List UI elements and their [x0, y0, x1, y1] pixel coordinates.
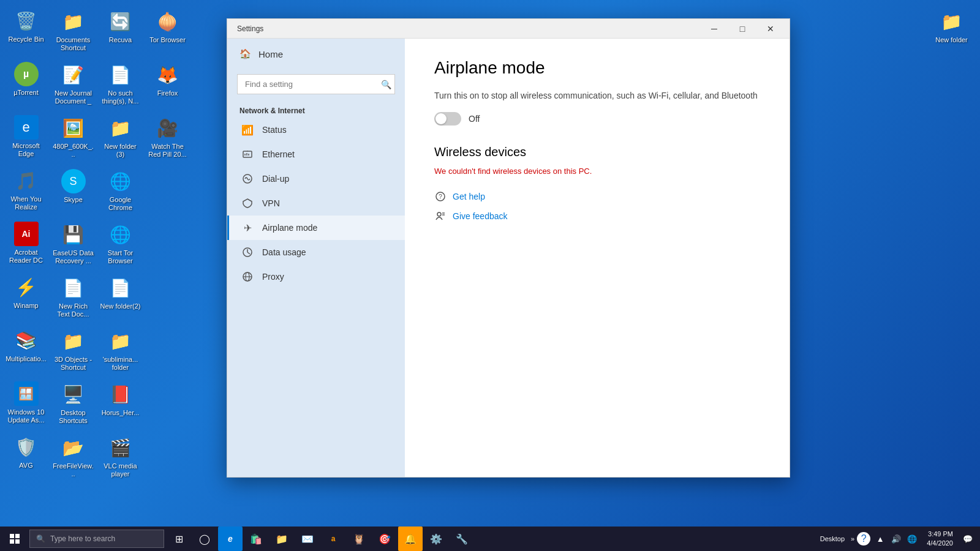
- sidebar-proxy-label: Proxy: [262, 272, 284, 282]
- settings-search-input[interactable]: [237, 74, 395, 94]
- icon-easeus[interactable]: 💾 EaseUS Data Recovery ...: [50, 219, 96, 271]
- icon-3d-objects[interactable]: 📁 3D Objects - Shortcut: [50, 325, 96, 377]
- airplane-toggle[interactable]: [434, 112, 461, 126]
- give-feedback-link-row[interactable]: Give feedback: [434, 210, 760, 222]
- taskbar-tripadvisor[interactable]: 🦉: [347, 527, 371, 551]
- settings-window-title: Settings: [237, 24, 263, 33]
- icon-freefileview[interactable]: 📂 FreeFileView...: [50, 432, 96, 484]
- taskbar-overflow: »: [851, 535, 854, 542]
- taskbar-search-box[interactable]: 🔍 Type here to search: [29, 530, 164, 548]
- taskbar-edge[interactable]: e: [218, 527, 243, 551]
- sidebar-item-status[interactable]: 📶 Status: [227, 118, 405, 142]
- sidebar-airplane-label: Airplane mode: [262, 223, 317, 233]
- sidebar-vpn-label: VPN: [262, 198, 280, 208]
- icon-vlc-media-player[interactable]: 🎬 VLC media player: [97, 432, 143, 484]
- icon-no-such-thing[interactable]: 📄 No such thing(s), N...: [97, 59, 143, 111]
- settings-content: Airplane mode Turn this on to stop all w…: [405, 39, 790, 477]
- taskbar-explorer[interactable]: 📁: [270, 527, 294, 551]
- status-icon: 📶: [241, 124, 254, 136]
- icon-recycle-bin[interactable]: 🗑️ Recycle Bin: [3, 5, 49, 57]
- maximize-button[interactable]: □: [728, 19, 756, 39]
- give-feedback-link[interactable]: Give feedback: [453, 211, 508, 221]
- sidebar-item-data-usage[interactable]: Data usage: [227, 240, 405, 264]
- settings-search-button[interactable]: 🔍: [381, 80, 391, 89]
- close-button[interactable]: ✕: [756, 19, 785, 39]
- titlebar-buttons: ─ □ ✕: [700, 19, 785, 39]
- icon-horus-her[interactable]: 📕 Horus_Her...: [97, 378, 143, 430]
- taskbar-unknown2[interactable]: 🔔: [398, 527, 423, 551]
- icon-multiplication[interactable]: 📚 Multiplicatio...: [3, 324, 49, 377]
- taskbar-settings[interactable]: ⚙️: [424, 527, 448, 551]
- icon-new-rich-text[interactable]: 📄 New Rich Text Doc...: [50, 272, 96, 324]
- proxy-icon: [241, 271, 254, 283]
- icon-skype[interactable]: S Skype: [50, 165, 96, 217]
- icon-subliminal-folder[interactable]: 📁 'sublimina... folder: [97, 325, 143, 377]
- sidebar-item-proxy[interactable]: Proxy: [227, 264, 405, 289]
- taskbar-clock[interactable]: 3:49 PM 4/4/2020: [922, 530, 958, 549]
- taskbar-search-placeholder: Type here to search: [50, 534, 115, 543]
- taskbar-right-area: Desktop » ? ▲ 🔊 🌐 3:49 PM 4/4/2020 💬: [816, 530, 980, 549]
- wireless-error-message: We couldn't find wireless devices on thi…: [434, 167, 760, 176]
- desktop-icon-area: 🗑️ Recycle Bin µ µTorrent e Microsoft Ed…: [0, 0, 196, 527]
- taskbar-pinned-icons: ⊞ ◯ e 🛍️ 📁 ✉️ a 🦉 🎯 🔔 ⚙️ 🔧: [167, 527, 474, 551]
- start-button[interactable]: [0, 527, 29, 551]
- svg-point-12: [437, 212, 441, 216]
- icon-winamp[interactable]: ⚡ Winamp: [3, 271, 49, 323]
- taskbar-task-view[interactable]: ⊞: [167, 527, 191, 551]
- icon-recuva[interactable]: 🔄 Recuva: [97, 6, 143, 58]
- svg-rect-0: [243, 151, 252, 157]
- clock-date: 4/4/2020: [927, 539, 953, 548]
- settings-body: 🏠 Home 🔍 Network & Internet 📶 Status: [227, 39, 790, 477]
- sidebar-dialup-label: Dial-up: [262, 174, 289, 184]
- tray-network[interactable]: 🌐: [905, 531, 919, 546]
- svg-rect-16: [15, 534, 20, 538]
- taskbar-store[interactable]: 🛍️: [244, 527, 268, 551]
- sidebar-home-item[interactable]: 🏠 Home: [227, 39, 405, 69]
- icon-watch-red-pill[interactable]: 🎥 Watch The Red Pill 20...: [145, 112, 190, 164]
- content-title: Airplane mode: [434, 58, 760, 78]
- icon-firefox[interactable]: 🦊 Firefox: [145, 59, 190, 111]
- tray-expand[interactable]: ▲: [873, 531, 888, 546]
- settings-sidebar: 🏠 Home 🔍 Network & Internet 📶 Status: [227, 39, 405, 477]
- icon-when-you-realize[interactable]: 🎵 When You Realize: [3, 165, 49, 217]
- sidebar-item-vpn[interactable]: VPN: [227, 191, 405, 216]
- icon-microsoft-edge[interactable]: e Microsoft Edge: [3, 111, 49, 163]
- icon-avg[interactable]: 🛡️ AVG: [3, 431, 49, 483]
- taskbar-cortana[interactable]: ◯: [192, 527, 217, 551]
- tray-volume[interactable]: 🔊: [889, 531, 903, 546]
- icon-new-folder-right[interactable]: 📁 New folder: [929, 6, 974, 58]
- taskbar-unknown1[interactable]: 🎯: [372, 527, 397, 551]
- icon-windows10-update[interactable]: 🪟 Windows 10 Update As...: [3, 378, 49, 430]
- taskbar-unknown3[interactable]: 🔧: [450, 527, 474, 551]
- icon-documents-shortcut[interactable]: 📁 Documents Shortcut: [50, 6, 96, 58]
- home-icon: 🏠: [239, 48, 251, 59]
- sidebar-home-label: Home: [258, 49, 283, 59]
- icon-tor-browser[interactable]: 🧅 Tor Browser: [145, 6, 190, 58]
- icon-new-journal-doc[interactable]: 📝 New Journal Document _: [50, 59, 96, 111]
- tray-help-icon[interactable]: ?: [857, 532, 870, 545]
- icon-google-chrome[interactable]: 🌐 Google Chrome: [97, 165, 143, 217]
- minimize-button[interactable]: ─: [700, 19, 728, 39]
- tray-notification[interactable]: 💬: [960, 531, 975, 546]
- get-help-link-row[interactable]: ? Get help: [434, 190, 760, 203]
- get-help-link[interactable]: Get help: [453, 192, 485, 201]
- give-feedback-icon: [434, 210, 447, 222]
- icon-new-folder-2[interactable]: 📄 New folder(2): [97, 272, 143, 324]
- icon-desktop-shortcuts[interactable]: 🖥️ Desktop Shortcuts: [50, 378, 96, 430]
- icon-new-folder-3[interactable]: 📁 New folder (3): [97, 112, 143, 164]
- sidebar-section-title: Network & Internet: [227, 102, 405, 118]
- sidebar-item-airplane-mode[interactable]: ✈ Airplane mode: [227, 216, 405, 240]
- sidebar-search-area: 🔍: [237, 74, 395, 94]
- icon-utorrent[interactable]: µ µTorrent: [3, 58, 49, 110]
- svg-rect-17: [10, 539, 14, 544]
- sidebar-item-dial-up[interactable]: Dial-up: [227, 167, 405, 191]
- icon-start-tor-browser[interactable]: 🌐 Start Tor Browser: [97, 219, 143, 271]
- taskbar: 🔍 Type here to search ⊞ ◯ e 🛍️ 📁 ✉️ a 🦉 …: [0, 527, 980, 551]
- ethernet-icon: [241, 148, 254, 160]
- taskbar-amazon[interactable]: a: [321, 527, 345, 551]
- icon-acrobat[interactable]: Ai Acrobat Reader DC: [3, 218, 49, 270]
- toggle-knob: [435, 113, 447, 124]
- sidebar-item-ethernet[interactable]: Ethernet: [227, 142, 405, 167]
- icon-480p-600k[interactable]: 🖼️ 480P_600K_...: [50, 112, 96, 164]
- taskbar-mail[interactable]: ✉️: [295, 527, 320, 551]
